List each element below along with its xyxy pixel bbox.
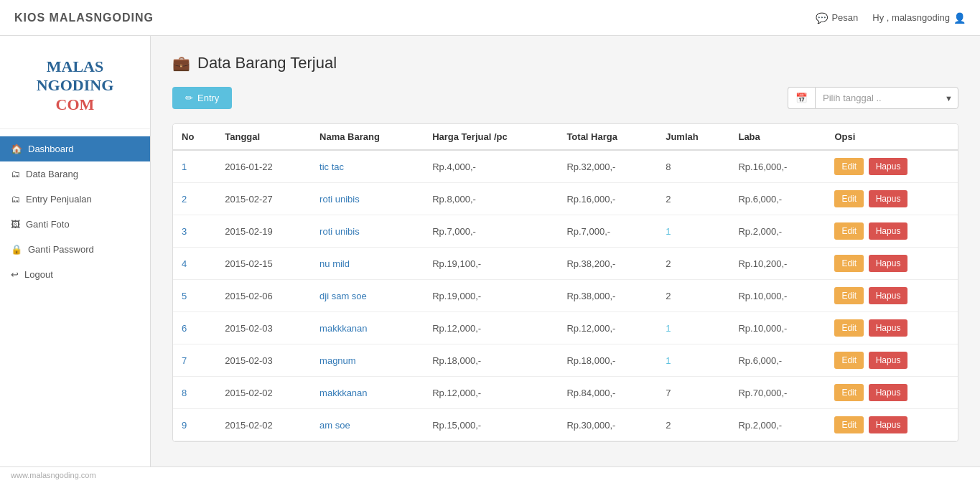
sidebar-item-ganti-foto[interactable]: 🖼 Ganti Foto bbox=[0, 212, 150, 237]
main-wrapper: MALAS NGODING COM 🏠 Dashboard 🗂 Data Bar… bbox=[0, 36, 980, 483]
table-row: 4 2015-02-15 nu mild Rp.19,100,- Rp.38,2… bbox=[173, 248, 958, 280]
table-header: No Tanggal Nama Barang Harga Terjual /pc… bbox=[173, 124, 958, 150]
entry-button-label: Entry bbox=[197, 93, 219, 103]
edit-button[interactable]: Edit bbox=[834, 222, 864, 240]
cell-nama: roti unibis bbox=[311, 183, 424, 215]
hapus-button[interactable]: Hapus bbox=[869, 319, 908, 337]
cell-harga-pc: Rp.4,000,- bbox=[424, 150, 558, 183]
col-laba: Laba bbox=[729, 124, 826, 150]
cell-harga-pc: Rp.19,000,- bbox=[424, 280, 558, 312]
cell-jumlah: 1 bbox=[657, 215, 729, 248]
pesan-link[interactable]: 💬 Pesan bbox=[816, 12, 858, 24]
content-area: 💼 Data Barang Terjual ✏ Entry 📅 Pilih ta… bbox=[151, 36, 980, 483]
hapus-button[interactable]: Hapus bbox=[869, 416, 908, 433]
table-row: 2 2015-02-27 roti unibis Rp.8,000,- Rp.1… bbox=[173, 183, 958, 215]
cell-opsi: Edit Hapus bbox=[826, 409, 958, 441]
cell-nama: makkkanan bbox=[311, 312, 424, 344]
cell-harga-pc: Rp.18,000,- bbox=[424, 344, 558, 377]
hapus-button[interactable]: Hapus bbox=[869, 384, 908, 401]
sidebar-item-label: Ganti Foto bbox=[26, 219, 70, 230]
navbar: KIOS MALASNGODING 💬 Pesan Hy , malasngod… bbox=[0, 0, 980, 36]
cell-tanggal: 2015-02-27 bbox=[216, 183, 311, 215]
cell-tanggal: 2015-02-02 bbox=[216, 377, 311, 409]
edit-button[interactable]: Edit bbox=[834, 255, 864, 272]
footer-bar: www.malasngoding.com bbox=[0, 466, 980, 483]
hapus-button[interactable]: Hapus bbox=[869, 255, 908, 272]
cell-tanggal: 2015-02-03 bbox=[216, 344, 311, 377]
table-row: 3 2015-02-19 roti unibis Rp.7,000,- Rp.7… bbox=[173, 215, 958, 248]
col-jumlah: Jumlah bbox=[657, 124, 729, 150]
table-body: 1 2016-01-22 tic tac Rp.4,000,- Rp.32,00… bbox=[173, 150, 958, 441]
databarang-icon: 🗂 bbox=[11, 169, 20, 179]
hapus-button[interactable]: Hapus bbox=[869, 190, 908, 207]
hapus-button[interactable]: Hapus bbox=[869, 158, 908, 175]
edit-button[interactable]: Edit bbox=[834, 158, 864, 175]
toolbar: ✏ Entry 📅 Pilih tanggal .. ▼ bbox=[172, 87, 958, 109]
hapus-button[interactable]: Hapus bbox=[869, 287, 908, 304]
cell-laba: Rp.6,000,- bbox=[729, 183, 826, 215]
cell-jumlah: 2 bbox=[657, 248, 729, 280]
cell-jumlah: 2 bbox=[657, 409, 729, 441]
page-header: 💼 Data Barang Terjual bbox=[172, 54, 958, 72]
cell-harga-pc: Rp.12,000,- bbox=[424, 312, 558, 344]
table-container: No Tanggal Nama Barang Harga Terjual /pc… bbox=[172, 123, 958, 442]
edit-button[interactable]: Edit bbox=[834, 190, 864, 207]
sidebar-item-label: Logout bbox=[24, 269, 53, 280]
cell-no: 2 bbox=[173, 183, 216, 215]
cell-opsi: Edit Hapus bbox=[826, 215, 958, 248]
cell-nama: am soe bbox=[311, 409, 424, 441]
navbar-right: 💬 Pesan Hy , malasngoding 👤 bbox=[816, 12, 966, 24]
chat-icon: 💬 bbox=[816, 12, 828, 24]
home-icon: 🏠 bbox=[11, 144, 22, 154]
cell-opsi: Edit Hapus bbox=[826, 150, 958, 183]
hapus-button[interactable]: Hapus bbox=[869, 352, 908, 369]
cell-tanggal: 2016-01-22 bbox=[216, 150, 311, 183]
cell-total: Rp.30,000,- bbox=[558, 409, 657, 441]
col-no: No bbox=[173, 124, 216, 150]
sidebar-item-dashboard[interactable]: 🏠 Dashboard bbox=[0, 136, 150, 161]
hapus-button[interactable]: Hapus bbox=[869, 222, 908, 240]
date-select[interactable]: Pilih tanggal .. bbox=[815, 87, 958, 109]
table-row: 8 2015-02-02 makkkanan Rp.12,000,- Rp.84… bbox=[173, 377, 958, 409]
edit-button[interactable]: Edit bbox=[834, 416, 864, 433]
sidebar: MALAS NGODING COM 🏠 Dashboard 🗂 Data Bar… bbox=[0, 36, 151, 483]
edit-button[interactable]: Edit bbox=[834, 287, 864, 304]
col-total-harga: Total Harga bbox=[558, 124, 657, 150]
table-row: 6 2015-02-03 makkkanan Rp.12,000,- Rp.12… bbox=[173, 312, 958, 344]
logo-text: MALAS NGODING COM bbox=[7, 57, 143, 114]
calendar-button[interactable]: 📅 bbox=[788, 87, 815, 109]
cell-harga-pc: Rp.7,000,- bbox=[424, 215, 558, 248]
cell-laba: Rp.2,000,- bbox=[729, 215, 826, 248]
cell-laba: Rp.16,000,- bbox=[729, 150, 826, 183]
cell-no: 4 bbox=[173, 248, 216, 280]
cell-total: Rp.38,200,- bbox=[558, 248, 657, 280]
edit-button[interactable]: Edit bbox=[834, 352, 864, 369]
cell-tanggal: 2015-02-06 bbox=[216, 280, 311, 312]
cell-nama: dji sam soe bbox=[311, 280, 424, 312]
sidebar-item-label: Ganti Password bbox=[28, 244, 94, 255]
cell-opsi: Edit Hapus bbox=[826, 312, 958, 344]
sidebar-item-ganti-password[interactable]: 🔒 Ganti Password bbox=[0, 237, 150, 262]
cell-total: Rp.32,000,- bbox=[558, 150, 657, 183]
cell-harga-pc: Rp.19,100,- bbox=[424, 248, 558, 280]
cell-nama: makkkanan bbox=[311, 377, 424, 409]
pencil-icon: ✏ bbox=[185, 93, 193, 103]
sidebar-item-data-barang[interactable]: 🗂 Data Barang bbox=[0, 161, 150, 187]
entry-button[interactable]: ✏ Entry bbox=[172, 87, 232, 109]
edit-button[interactable]: Edit bbox=[834, 384, 864, 401]
entry-icon: 🗂 bbox=[11, 194, 20, 205]
edit-button[interactable]: Edit bbox=[834, 319, 864, 337]
sidebar-item-label: Data Barang bbox=[26, 169, 78, 179]
cell-jumlah: 7 bbox=[657, 377, 729, 409]
cell-laba: Rp.2,000,- bbox=[729, 409, 826, 441]
cell-laba: Rp.10,200,- bbox=[729, 248, 826, 280]
photo-icon: 🖼 bbox=[11, 219, 20, 230]
cell-laba: Rp.6,000,- bbox=[729, 344, 826, 377]
table-row: 1 2016-01-22 tic tac Rp.4,000,- Rp.32,00… bbox=[173, 150, 958, 183]
user-menu[interactable]: Hy , malasngoding 👤 bbox=[872, 12, 966, 24]
sidebar-item-entry-penjualan[interactable]: 🗂 Entry Penjualan bbox=[0, 187, 150, 212]
user-label: Hy , malasngoding bbox=[872, 12, 950, 23]
cell-tanggal: 2015-02-03 bbox=[216, 312, 311, 344]
sidebar-item-logout[interactable]: ↩ Logout bbox=[0, 262, 150, 287]
cell-jumlah: 1 bbox=[657, 312, 729, 344]
